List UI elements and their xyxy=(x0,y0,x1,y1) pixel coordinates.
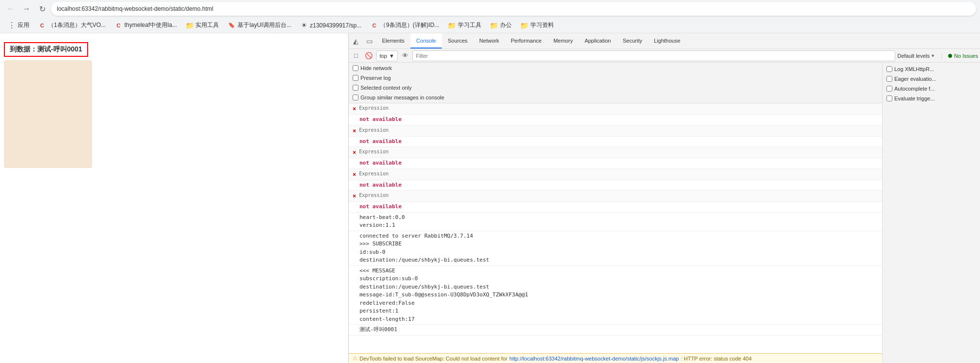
console-line-notavail2: not available xyxy=(349,137,882,147)
inspect-element-button[interactable]: ◭ xyxy=(349,34,362,48)
data-text: 到数据：测试-呼叫0001 xyxy=(10,45,82,53)
console-log-3: <<< MESSAGE subscription:sub-0 destinati… xyxy=(349,266,882,325)
context-select[interactable]: top ▼ xyxy=(376,50,398,61)
default-levels-dropdown[interactable]: Default levels ▼ xyxy=(897,53,935,59)
console-line-expr2: × Expression xyxy=(349,125,882,137)
not-available-5: not available xyxy=(353,203,402,211)
bookmark-3[interactable]: 📁 实用工具 xyxy=(182,19,223,31)
log-xmlhttpr-checkbox[interactable] xyxy=(886,66,892,72)
bookmark-label-4: 基于layUI调用后台... xyxy=(238,21,291,29)
not-available-1: not available xyxy=(353,116,402,124)
bookmark-red-icon-6: C xyxy=(370,22,378,29)
device-toolbar-button[interactable]: ▭ xyxy=(362,34,376,48)
devtools-tabs: Elements Console Sources Network Perform… xyxy=(376,33,686,48)
tab-application[interactable]: Application xyxy=(579,33,617,48)
bookmark-apps[interactable]: ⋮ 应用 xyxy=(4,19,33,31)
x-mark-4: × xyxy=(353,170,356,179)
default-levels-label: Default levels xyxy=(897,53,930,59)
tab-performance[interactable]: Performance xyxy=(505,33,548,48)
tab-network[interactable]: Network xyxy=(474,33,505,48)
eager-eval-checkbox[interactable] xyxy=(886,76,892,82)
bookmark-label-9: 学习资料 xyxy=(530,21,554,29)
rs-option-2: Eager evaluatio... xyxy=(886,74,976,83)
console-log-1: heart-beat:0,0 version:1.1 xyxy=(349,213,882,231)
group-similar-checkbox[interactable] xyxy=(353,95,359,100)
x-mark-5: × xyxy=(353,192,356,200)
console-line-notavail3: not available xyxy=(349,158,882,169)
bookmark-6[interactable]: C （9条消息）(详解)ID... xyxy=(366,19,443,31)
preserve-log-checkbox[interactable] xyxy=(353,75,359,81)
option-hide-network: Hide network xyxy=(353,64,878,73)
reload-button[interactable]: ↻ xyxy=(35,2,49,16)
filter-input[interactable] xyxy=(412,50,895,61)
console-main: Hide network Preserve log Selected conte… xyxy=(349,63,882,363)
console-line-notavail5: not available xyxy=(349,202,882,213)
console-output[interactable]: × Expression not available × Expression … xyxy=(349,103,882,353)
bookmark-9[interactable]: 📁 学习资料 xyxy=(517,19,558,31)
tab-sources[interactable]: Sources xyxy=(442,33,473,48)
bookmark-label-5: z13094399917/sp... xyxy=(310,22,361,29)
log-text-2: connected to server RabbitMQ/3.7.14 >>> … xyxy=(353,232,489,265)
no-issues-dot xyxy=(948,54,952,58)
x-mark-3: × xyxy=(353,148,356,157)
forward-button[interactable]: → xyxy=(20,2,33,16)
bookmark-7[interactable]: 📁 学习工具 xyxy=(444,19,485,31)
tab-lighthouse[interactable]: Lighthouse xyxy=(648,33,686,48)
tab-security[interactable]: Security xyxy=(617,33,648,48)
error-link[interactable]: http://localhost:63342/rabbitmq-websocke… xyxy=(509,356,679,362)
eager-eval-label: Eager evaluatio... xyxy=(894,76,936,82)
console-line-expr4: × Expression xyxy=(349,169,882,180)
address-bar[interactable] xyxy=(51,2,976,16)
rs-option-3: Autocomplete f... xyxy=(886,84,976,93)
divider: | xyxy=(941,53,942,59)
preserve-log-label: Preserve log xyxy=(360,75,391,81)
bookmark-label-8: 办公 xyxy=(500,21,512,29)
not-available-3: not available xyxy=(353,159,402,168)
bookmark-2[interactable]: C thymeleaf中使用la... xyxy=(111,19,181,31)
expr-label-3: Expression xyxy=(359,148,388,155)
console-body: Hide network Preserve log Selected conte… xyxy=(349,63,980,363)
error-text: DevTools failed to load SourceMap: Could… xyxy=(359,356,507,362)
bookmark-red-icon-1: C xyxy=(38,22,46,29)
expr-label-2: Expression xyxy=(359,126,388,134)
console-log-4: 测试-呼叫0001 xyxy=(349,325,882,336)
tab-elements[interactable]: Elements xyxy=(376,33,410,48)
bookmark-4[interactable]: 🔖 基于layUI调用后台... xyxy=(224,19,295,31)
bookmark-8[interactable]: 📁 办公 xyxy=(486,19,516,31)
bookmark-1[interactable]: C （1条消息）大气VO... xyxy=(34,19,110,31)
not-available-2: not available xyxy=(353,138,402,146)
apps-icon: ⋮ xyxy=(8,22,16,29)
eye-icon[interactable]: 👁 xyxy=(400,50,410,61)
selected-context-label: Selected context only xyxy=(360,85,412,91)
expr-label-5: Expression xyxy=(359,192,388,199)
back-button[interactable]: ← xyxy=(4,2,18,16)
folder-icon-9: 📁 xyxy=(521,22,528,29)
console-toolbar: □ 🚫 top ▼ 👁 Default levels ▼ | No Issues xyxy=(349,49,980,63)
bookmarks-bar: ⋮ 应用 C （1条消息）大气VO... C thymeleaf中使用la...… xyxy=(0,18,980,33)
tab-memory[interactable]: Memory xyxy=(548,33,579,48)
folder-icon-3: 📁 xyxy=(186,22,193,29)
bookmark-label-3: 实用工具 xyxy=(195,21,219,29)
tab-console[interactable]: Console xyxy=(410,33,442,48)
devtools-panel: ◭ ▭ Elements Console Sources Network Per… xyxy=(348,33,980,363)
no-issues-label: No Issues xyxy=(954,53,978,59)
bookmark-apps-label: 应用 xyxy=(18,21,29,29)
x-mark-2: × xyxy=(353,126,356,135)
autocomplete-checkbox[interactable] xyxy=(886,86,892,92)
context-dropdown-icon: ▼ xyxy=(389,53,394,59)
browser-chrome: ← → ↻ ⋮ 应用 C （1条消息）大气VO... C thymeleaf中使… xyxy=(0,0,980,33)
evaluate-trigger-checkbox[interactable] xyxy=(886,96,892,101)
right-sidebar: Log XMLHttpR... Eager evaluatio... Autoc… xyxy=(882,63,980,363)
bookmark-label-7: 学习工具 xyxy=(458,21,481,29)
bookmark-5[interactable]: ☀ z13094399917/sp... xyxy=(296,20,365,31)
bookmark-label-1: （1条消息）大气VO... xyxy=(48,21,106,29)
console-filter-button[interactable]: 🚫 xyxy=(363,50,374,61)
folder-icon-8: 📁 xyxy=(490,22,498,29)
hide-network-checkbox[interactable] xyxy=(353,65,359,71)
bookmark-icon-4: 🔖 xyxy=(228,22,236,29)
console-line-notavail4: not available xyxy=(349,180,882,191)
bookmark-label-6: （9条消息）(详解)ID... xyxy=(380,21,439,29)
selected-context-checkbox[interactable] xyxy=(353,85,359,91)
group-similar-label: Group similar messages in console xyxy=(360,95,444,100)
clear-console-button[interactable]: □ xyxy=(351,50,361,61)
